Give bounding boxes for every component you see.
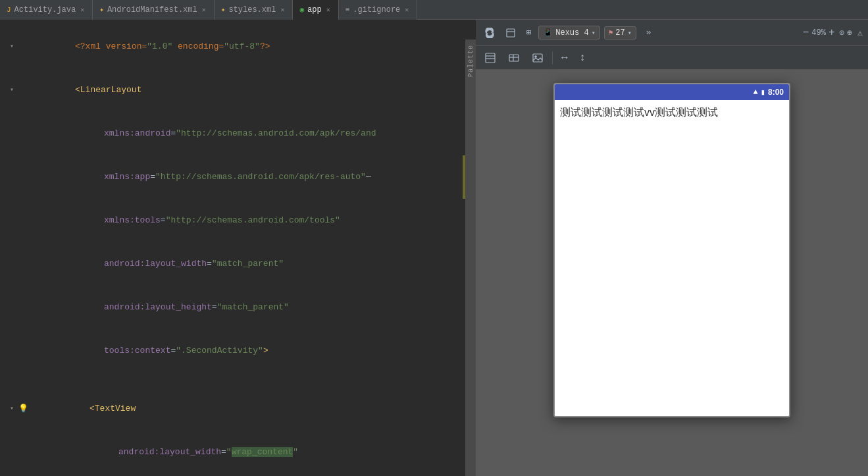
text-span-4: = [150, 172, 155, 182]
code-text-4: xmlns:app="http://schemas.android.com/ap… [24, 155, 460, 199]
phone-status-bar: ▲ ▮ 8:00 [555, 84, 789, 100]
val-span-1: "1.0" [147, 41, 172, 51]
code-text-2: <LinearLayout [24, 68, 460, 112]
preview-area: ▲ ▮ 8:00 测试测试测试测试vv测试测试测试 [476, 70, 868, 476]
tab-styles-label: styles.xml [228, 5, 276, 14]
grid-btn[interactable] [481, 50, 499, 66]
tab-styles[interactable]: ✦ styles.xml ✕ [215, 0, 294, 20]
git-icon: ≡ [345, 6, 350, 14]
tab-app[interactable]: ◉ app ✕ [293, 0, 338, 20]
attr-span-8: tools:context [104, 346, 170, 356]
fold-icon-10[interactable]: ▾ [10, 402, 14, 416]
svg-point-9 [535, 55, 536, 57]
tab-gitignore[interactable]: ≡ .gitignore ✕ [339, 0, 418, 20]
val-span-3: "http://schemas.android.com/apk/res/and [176, 128, 376, 138]
main-area: ▾ <?xml version="1.0" encoding="utf-8"?>… [0, 20, 868, 476]
palette-label: Palette [467, 45, 474, 77]
table-btn[interactable] [505, 50, 523, 66]
tag-close-8: > [263, 346, 268, 356]
zoom-fit-btn[interactable]: ⊙ [840, 28, 845, 38]
status-time: 8:00 [768, 88, 784, 97]
zoom-control: − 49% + ⊙ ⊕ ⚠ [803, 27, 863, 39]
text-span-6: = [207, 259, 212, 269]
tab-manifest-label: AndroidManifest.xml [107, 5, 197, 14]
code-text-11: android:layout_width="wrap_content" [24, 431, 460, 474]
code-text-8: tools:context=".SecondActivity"> [24, 329, 460, 373]
overflow-btn[interactable]: » [643, 26, 655, 40]
zoom-options-btn[interactable]: ⊕ [847, 28, 852, 38]
val-span-5: "http://schemas.android.com/tools" [166, 215, 340, 225]
val-span-6: "match_parent" [212, 259, 284, 269]
tab-styles-close[interactable]: ✕ [279, 5, 286, 14]
rotate-btn[interactable] [481, 26, 498, 40]
device-name-label: Nexus 4 [555, 28, 588, 38]
tab-manifest-close[interactable]: ✕ [201, 5, 207, 14]
battery-icon: ▮ [761, 88, 765, 97]
code-text-7: android:layout_height="match_parent" [24, 286, 460, 329]
val-span-11a: " [226, 447, 232, 457]
fold-icon-1[interactable]: ▾ [10, 40, 14, 54]
tag-span-10: <TextView [89, 404, 136, 413]
phone-icon: 📱 [543, 28, 553, 38]
second-toolbar: ↔ ↕ [476, 46, 868, 70]
code-line-2: ▾ <LinearLayout [0, 68, 465, 112]
gutter-2: ▾ [5, 83, 18, 97]
tab-activity[interactable]: J Activity.java ✕ [0, 0, 93, 20]
val-span-8: ".SecondActivity" [176, 346, 263, 356]
resize-h-btn[interactable]: ↔ [558, 50, 571, 66]
xml-icon-2: ✦ [221, 5, 226, 14]
code-line-6: android:layout_width="match_parent" [0, 242, 465, 286]
code-line-3: xmlns:android="http://schemas.android.co… [0, 112, 465, 155]
code-text-1: <?xml version="1.0" encoding="utf-8"?> [24, 25, 460, 68]
api-icon: ⊞ [526, 28, 531, 38]
attr-span-5: xmlns:tools [104, 215, 161, 225]
tab-gitignore-label: .gitignore [353, 5, 400, 14]
image-btn[interactable] [528, 50, 547, 66]
api-btn[interactable]: ⊞ [523, 26, 534, 40]
resize-v-icon: ↕ [580, 52, 586, 64]
resize-v-btn[interactable]: ↕ [576, 50, 590, 66]
overflow-icon: » [646, 28, 651, 38]
api-select[interactable]: ⚑ 27 ▾ [604, 26, 636, 40]
fold-icon-2[interactable]: ▾ [10, 83, 14, 97]
attr-span-11: android:layout_width [118, 447, 221, 457]
phone-mockup: ▲ ▮ 8:00 测试测试测试测试vv测试测试测试 [553, 83, 790, 417]
palette-panel: Palette [465, 40, 476, 476]
svg-rect-2 [486, 53, 495, 63]
text-span-7: = [212, 302, 217, 312]
code-line-10: ▾ 💡 <TextView [0, 387, 465, 431]
toolbar-sep [552, 51, 553, 65]
java-icon: J [7, 6, 11, 14]
zoom-plus-btn[interactable]: + [829, 27, 835, 39]
zoom-percent: 49% [811, 28, 826, 38]
code-text-6: android:layout_width="match_parent" [24, 242, 460, 286]
dash-4: — [366, 172, 371, 182]
warn-icon: ⚠ [857, 28, 863, 38]
device-select[interactable]: 📱 Nexus 4 ▾ [538, 26, 600, 40]
svg-rect-8 [533, 54, 542, 62]
code-text-9 [24, 373, 460, 387]
tab-gitignore-close[interactable]: ✕ [403, 5, 410, 14]
tag-span-2: <LinearLayout [75, 85, 141, 95]
tab-app-close[interactable]: ✕ [325, 5, 332, 14]
gutter-10: ▾ [5, 402, 18, 416]
val-span-4: "http://schemas.android.com/apk/res-auto… [155, 172, 366, 182]
code-text-10: <TextView [24, 387, 460, 431]
code-line-7: android:layout_height="match_parent" [0, 286, 465, 329]
resize-h-icon: ↔ [561, 52, 568, 64]
tab-app-label: app [307, 5, 322, 14]
api-icon-flag: ⚑ [609, 28, 613, 37]
code-line-4: xmlns:app="http://schemas.android.com/ap… [0, 155, 465, 199]
tab-manifest[interactable]: ✦ AndroidManifest.xml ✕ [93, 0, 214, 20]
gutter-1: ▾ [5, 40, 18, 54]
zoom-minus-btn[interactable]: − [803, 27, 809, 39]
phone-text-content: 测试测试测试测试vv测试测试测试 [560, 105, 784, 120]
svg-rect-5 [509, 55, 519, 61]
tab-activity-close[interactable]: ✕ [79, 5, 86, 14]
wifi-icon: ▲ [753, 88, 758, 97]
right-panel: ⊞ 📱 Nexus 4 ▾ ⚑ 27 ▾ » − 49% + [476, 20, 868, 476]
app-icon: ◉ [299, 5, 304, 14]
attr-span-3: xmlns:android [104, 128, 170, 138]
layer-btn[interactable] [502, 26, 519, 40]
attr-span-6: android:layout_width [104, 259, 207, 269]
